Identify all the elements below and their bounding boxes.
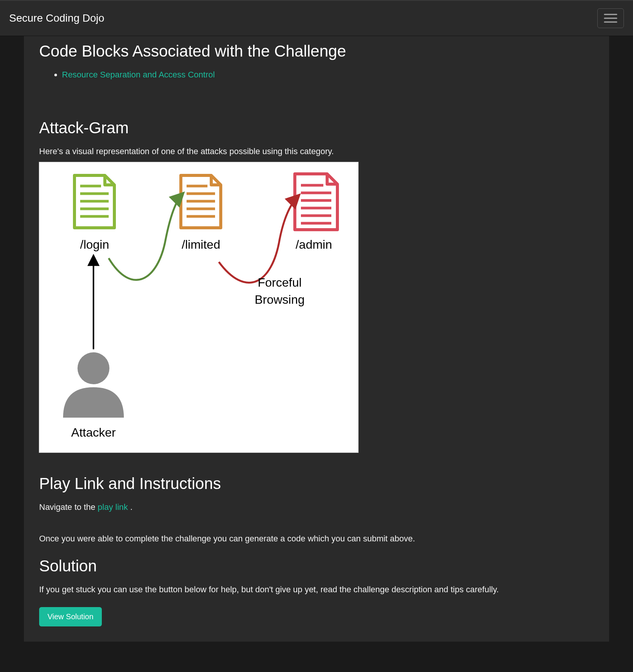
attacker-label: Attacker [71, 426, 116, 439]
play-link[interactable]: play link [98, 502, 128, 512]
view-solution-button[interactable]: View Solution [39, 607, 102, 626]
admin-doc-icon [295, 174, 337, 230]
playlink-after: Once you were able to complete the chall… [39, 532, 594, 545]
solution-text: If you get stuck you can use the button … [39, 583, 594, 596]
codeblock-link[interactable]: Resource Separation and Access Control [62, 70, 215, 79]
limited-doc-icon [181, 175, 221, 228]
main-content: Code Blocks Associated with the Challeng… [24, 36, 609, 642]
navbar-toggle-button[interactable] [597, 8, 624, 28]
codeblocks-list: Resource Separation and Access Control [39, 68, 594, 81]
login-doc-icon [74, 175, 114, 228]
admin-label: /admin [296, 238, 332, 251]
hamburger-icon [603, 13, 618, 24]
playlink-nav-suffix: . [128, 502, 133, 512]
solution-heading: Solution [39, 554, 594, 578]
playlink-nav-prefix: Navigate to the [39, 502, 98, 512]
attackgram-diagram: /login /limited [39, 162, 358, 453]
arrow-login-limited [109, 194, 183, 280]
list-item: Resource Separation and Access Control [62, 68, 594, 81]
login-label: /login [80, 238, 109, 251]
svg-point-19 [78, 352, 109, 384]
playlink-nav: Navigate to the play link . [39, 501, 594, 513]
attackgram-intro: Here's a visual representation of one of… [39, 145, 594, 158]
attackgram-heading: Attack-Gram [39, 116, 594, 140]
navbar-brand[interactable]: Secure Coding Dojo [9, 10, 104, 26]
playlink-heading: Play Link and Instructions [39, 472, 594, 495]
attacker-icon [63, 352, 124, 418]
codeblocks-heading: Code Blocks Associated with the Challeng… [39, 36, 594, 63]
limited-label: /limited [182, 238, 220, 251]
browsing-label: Browsing [255, 293, 305, 306]
forceful-label: Forceful [258, 276, 302, 289]
navbar: Secure Coding Dojo [0, 0, 633, 36]
arrow-limited-admin [219, 196, 299, 283]
